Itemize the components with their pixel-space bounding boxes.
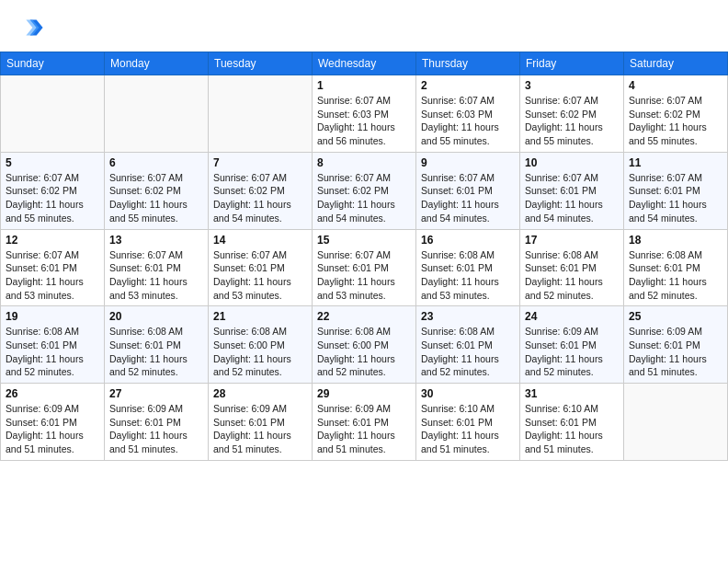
calendar-cell: 14Sunrise: 6:07 AM Sunset: 6:01 PM Dayli…	[209, 229, 313, 306]
day-info: Sunrise: 6:08 AM Sunset: 6:00 PM Dayligh…	[317, 325, 411, 379]
calendar-cell: 27Sunrise: 6:09 AM Sunset: 6:01 PM Dayli…	[105, 384, 209, 461]
day-number: 30	[421, 387, 515, 400]
day-info: Sunrise: 6:10 AM Sunset: 6:01 PM Dayligh…	[421, 402, 515, 456]
day-info: Sunrise: 6:08 AM Sunset: 6:01 PM Dayligh…	[525, 248, 619, 303]
day-info: Sunrise: 6:07 AM Sunset: 6:01 PM Dayligh…	[317, 248, 411, 303]
calendar-week-row: 12Sunrise: 6:07 AM Sunset: 6:01 PM Dayli…	[1, 229, 728, 306]
day-info: Sunrise: 6:09 AM Sunset: 6:01 PM Dayligh…	[317, 402, 411, 456]
day-number: 5	[6, 156, 99, 169]
day-info: Sunrise: 6:07 AM Sunset: 6:01 PM Dayligh…	[525, 171, 619, 225]
calendar-cell: 23Sunrise: 6:08 AM Sunset: 6:01 PM Dayli…	[416, 306, 520, 384]
day-number: 8	[317, 156, 411, 169]
calendar-cell: 19Sunrise: 6:08 AM Sunset: 6:01 PM Dayli…	[1, 306, 105, 384]
day-number: 9	[421, 156, 515, 169]
day-number: 18	[629, 234, 722, 247]
day-number: 26	[6, 387, 99, 400]
day-info: Sunrise: 6:09 AM Sunset: 6:01 PM Dayligh…	[213, 402, 307, 456]
calendar-cell: 24Sunrise: 6:09 AM Sunset: 6:01 PM Dayli…	[520, 306, 624, 384]
day-number: 27	[109, 387, 203, 400]
day-number: 20	[109, 310, 203, 323]
calendar-day-header: Tuesday	[209, 52, 313, 75]
calendar-cell: 31Sunrise: 6:10 AM Sunset: 6:01 PM Dayli…	[520, 384, 624, 461]
calendar-cell: 28Sunrise: 6:09 AM Sunset: 6:01 PM Dayli…	[209, 384, 313, 461]
calendar-cell: 8Sunrise: 6:07 AM Sunset: 6:02 PM Daylig…	[313, 152, 416, 229]
calendar-week-row: 5Sunrise: 6:07 AM Sunset: 6:02 PM Daylig…	[1, 152, 728, 229]
day-info: Sunrise: 6:07 AM Sunset: 6:02 PM Dayligh…	[317, 171, 411, 225]
calendar-day-header: Wednesday	[313, 52, 416, 75]
day-number: 28	[213, 387, 307, 400]
calendar-day-header: Saturday	[624, 52, 728, 75]
day-info: Sunrise: 6:07 AM Sunset: 6:01 PM Dayligh…	[421, 171, 515, 225]
calendar-week-row: 19Sunrise: 6:08 AM Sunset: 6:01 PM Dayli…	[1, 306, 728, 384]
day-number: 7	[213, 156, 307, 169]
calendar-table: SundayMondayTuesdayWednesdayThursdayFrid…	[0, 52, 728, 461]
day-info: Sunrise: 6:07 AM Sunset: 6:02 PM Dayligh…	[6, 171, 99, 225]
day-number: 13	[109, 234, 203, 247]
day-number: 1	[317, 79, 411, 92]
calendar-cell	[209, 75, 313, 153]
calendar-cell	[1, 75, 105, 153]
day-info: Sunrise: 6:08 AM Sunset: 6:01 PM Dayligh…	[6, 325, 99, 379]
calendar-cell: 15Sunrise: 6:07 AM Sunset: 6:01 PM Dayli…	[313, 229, 416, 306]
calendar-cell: 13Sunrise: 6:07 AM Sunset: 6:01 PM Dayli…	[105, 229, 209, 306]
day-number: 16	[421, 234, 515, 247]
calendar-cell: 25Sunrise: 6:09 AM Sunset: 6:01 PM Dayli…	[624, 306, 728, 384]
day-number: 23	[421, 310, 515, 323]
day-info: Sunrise: 6:08 AM Sunset: 6:01 PM Dayligh…	[109, 325, 203, 379]
calendar-header-row: SundayMondayTuesdayWednesdayThursdayFrid…	[1, 52, 728, 75]
calendar-week-row: 26Sunrise: 6:09 AM Sunset: 6:01 PM Dayli…	[1, 384, 728, 461]
logo-icon	[18, 15, 44, 40]
day-info: Sunrise: 6:07 AM Sunset: 6:01 PM Dayligh…	[213, 248, 307, 303]
day-info: Sunrise: 6:07 AM Sunset: 6:02 PM Dayligh…	[213, 171, 307, 225]
calendar-cell: 12Sunrise: 6:07 AM Sunset: 6:01 PM Dayli…	[1, 229, 105, 306]
calendar-cell: 29Sunrise: 6:09 AM Sunset: 6:01 PM Dayli…	[313, 384, 416, 461]
day-number: 2	[421, 79, 515, 92]
day-info: Sunrise: 6:08 AM Sunset: 6:01 PM Dayligh…	[421, 325, 515, 379]
day-info: Sunrise: 6:07 AM Sunset: 6:02 PM Dayligh…	[629, 94, 722, 148]
day-number: 12	[6, 234, 99, 247]
calendar-cell: 22Sunrise: 6:08 AM Sunset: 6:00 PM Dayli…	[313, 306, 416, 384]
day-info: Sunrise: 6:09 AM Sunset: 6:01 PM Dayligh…	[6, 402, 99, 456]
day-number: 3	[525, 79, 619, 92]
day-info: Sunrise: 6:07 AM Sunset: 6:03 PM Dayligh…	[421, 94, 515, 148]
calendar-cell: 1Sunrise: 6:07 AM Sunset: 6:03 PM Daylig…	[313, 75, 416, 153]
day-number: 31	[525, 387, 619, 400]
calendar-day-header: Friday	[520, 52, 624, 75]
day-number: 21	[213, 310, 307, 323]
calendar-day-header: Monday	[105, 52, 209, 75]
day-number: 29	[317, 387, 411, 400]
calendar-cell: 7Sunrise: 6:07 AM Sunset: 6:02 PM Daylig…	[209, 152, 313, 229]
calendar-cell: 21Sunrise: 6:08 AM Sunset: 6:00 PM Dayli…	[209, 306, 313, 384]
day-info: Sunrise: 6:09 AM Sunset: 6:01 PM Dayligh…	[525, 325, 619, 379]
calendar-cell: 3Sunrise: 6:07 AM Sunset: 6:02 PM Daylig…	[520, 75, 624, 153]
calendar-cell	[624, 384, 728, 461]
calendar-cell: 2Sunrise: 6:07 AM Sunset: 6:03 PM Daylig…	[416, 75, 520, 153]
day-number: 15	[317, 234, 411, 247]
calendar-cell: 10Sunrise: 6:07 AM Sunset: 6:01 PM Dayli…	[520, 152, 624, 229]
day-number: 6	[109, 156, 203, 169]
day-number: 14	[213, 234, 307, 247]
day-number: 4	[629, 79, 722, 92]
day-info: Sunrise: 6:07 AM Sunset: 6:02 PM Dayligh…	[525, 94, 619, 148]
day-number: 19	[6, 310, 99, 323]
location-subtitle	[0, 44, 728, 52]
day-info: Sunrise: 6:08 AM Sunset: 6:01 PM Dayligh…	[421, 248, 515, 303]
calendar-cell: 30Sunrise: 6:10 AM Sunset: 6:01 PM Dayli…	[416, 384, 520, 461]
day-number: 10	[525, 156, 619, 169]
calendar-cell	[105, 75, 209, 153]
day-number: 17	[525, 234, 619, 247]
day-info: Sunrise: 6:08 AM Sunset: 6:00 PM Dayligh…	[213, 325, 307, 379]
day-info: Sunrise: 6:07 AM Sunset: 6:01 PM Dayligh…	[109, 248, 203, 303]
calendar-day-header: Sunday	[1, 52, 105, 75]
logo	[18, 15, 48, 40]
calendar-cell: 26Sunrise: 6:09 AM Sunset: 6:01 PM Dayli…	[1, 384, 105, 461]
day-info: Sunrise: 6:07 AM Sunset: 6:01 PM Dayligh…	[629, 171, 722, 225]
calendar-cell: 16Sunrise: 6:08 AM Sunset: 6:01 PM Dayli…	[416, 229, 520, 306]
day-info: Sunrise: 6:07 AM Sunset: 6:03 PM Dayligh…	[317, 94, 411, 148]
day-info: Sunrise: 6:09 AM Sunset: 6:01 PM Dayligh…	[109, 402, 203, 456]
calendar-cell: 18Sunrise: 6:08 AM Sunset: 6:01 PM Dayli…	[624, 229, 728, 306]
day-number: 24	[525, 310, 619, 323]
calendar-cell: 4Sunrise: 6:07 AM Sunset: 6:02 PM Daylig…	[624, 75, 728, 153]
calendar-cell: 20Sunrise: 6:08 AM Sunset: 6:01 PM Dayli…	[105, 306, 209, 384]
day-info: Sunrise: 6:09 AM Sunset: 6:01 PM Dayligh…	[629, 325, 722, 379]
